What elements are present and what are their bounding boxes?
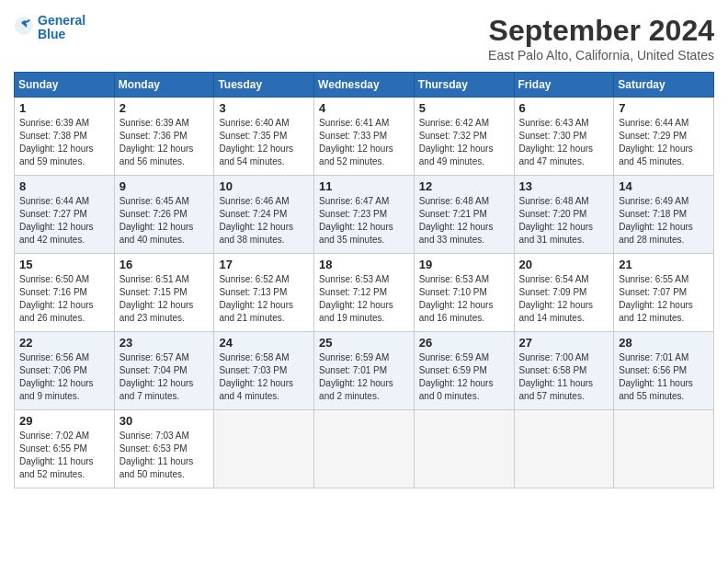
- day-info: Sunrise: 7:02 AM Sunset: 6:55 PM Dayligh…: [19, 430, 109, 481]
- day-number: 2: [119, 101, 210, 115]
- day-number: 19: [419, 258, 509, 271]
- calendar-week-row: 15Sunrise: 6:50 AM Sunset: 7:16 PM Dayli…: [15, 254, 714, 332]
- page-header: General Blue September 2024 East Palo Al…: [14, 14, 714, 63]
- day-info: Sunrise: 6:51 AM Sunset: 7:15 PM Dayligh…: [119, 273, 210, 325]
- day-number: 8: [19, 179, 109, 193]
- day-number: 25: [319, 336, 409, 350]
- day-number: 5: [419, 101, 509, 115]
- calendar-week-row: 8Sunrise: 6:44 AM Sunset: 7:27 PM Daylig…: [15, 176, 714, 254]
- day-info: Sunrise: 6:54 AM Sunset: 7:09 PM Dayligh…: [519, 273, 609, 325]
- day-info: Sunrise: 7:03 AM Sunset: 6:53 PM Dayligh…: [119, 430, 210, 481]
- calendar-week-row: 1Sunrise: 6:39 AM Sunset: 7:38 PM Daylig…: [15, 98, 714, 176]
- calendar-cell: 30Sunrise: 7:03 AM Sunset: 6:53 PM Dayli…: [114, 410, 214, 488]
- calendar-cell: 6Sunrise: 6:43 AM Sunset: 7:30 PM Daylig…: [514, 98, 614, 176]
- day-info: Sunrise: 6:41 AM Sunset: 7:33 PM Dayligh…: [319, 117, 409, 168]
- day-info: Sunrise: 7:01 AM Sunset: 6:56 PM Dayligh…: [619, 351, 709, 403]
- calendar-cell: [414, 410, 514, 488]
- day-info: Sunrise: 6:39 AM Sunset: 7:38 PM Dayligh…: [19, 117, 109, 168]
- day-info: Sunrise: 6:53 AM Sunset: 7:10 PM Dayligh…: [419, 273, 509, 325]
- calendar-cell: 7Sunrise: 6:44 AM Sunset: 7:29 PM Daylig…: [614, 98, 714, 176]
- calendar-week-row: 22Sunrise: 6:56 AM Sunset: 7:06 PM Dayli…: [15, 332, 714, 410]
- day-info: Sunrise: 6:58 AM Sunset: 7:03 PM Dayligh…: [219, 351, 309, 403]
- day-number: 24: [219, 336, 309, 350]
- day-number: 1: [19, 101, 109, 115]
- day-number: 13: [519, 179, 609, 193]
- calendar-cell: [514, 410, 614, 488]
- day-number: 27: [519, 336, 609, 350]
- day-number: 20: [519, 258, 609, 271]
- page-subtitle: East Palo Alto, California, United State…: [488, 48, 714, 63]
- weekday-header-monday: Monday: [114, 73, 214, 98]
- calendar-cell: 15Sunrise: 6:50 AM Sunset: 7:16 PM Dayli…: [15, 254, 115, 332]
- calendar-cell: 20Sunrise: 6:54 AM Sunset: 7:09 PM Dayli…: [514, 254, 614, 332]
- calendar-cell: 21Sunrise: 6:55 AM Sunset: 7:07 PM Dayli…: [614, 254, 714, 332]
- svg-point-0: [15, 17, 33, 35]
- day-info: Sunrise: 7:00 AM Sunset: 6:58 PM Dayligh…: [519, 351, 609, 403]
- day-number: 30: [119, 414, 210, 428]
- calendar-cell: 2Sunrise: 6:39 AM Sunset: 7:36 PM Daylig…: [114, 98, 214, 176]
- weekday-header-friday: Friday: [514, 73, 614, 98]
- day-number: 22: [19, 336, 109, 350]
- day-number: 10: [219, 179, 309, 193]
- weekday-header-thursday: Thursday: [414, 73, 514, 98]
- calendar-cell: 1Sunrise: 6:39 AM Sunset: 7:38 PM Daylig…: [15, 98, 115, 176]
- calendar-cell: 8Sunrise: 6:44 AM Sunset: 7:27 PM Daylig…: [15, 176, 115, 254]
- calendar-cell: 13Sunrise: 6:48 AM Sunset: 7:20 PM Dayli…: [514, 176, 614, 254]
- day-number: 21: [619, 258, 709, 271]
- day-info: Sunrise: 6:45 AM Sunset: 7:26 PM Dayligh…: [119, 195, 210, 247]
- day-info: Sunrise: 6:39 AM Sunset: 7:36 PM Dayligh…: [119, 117, 210, 168]
- weekday-header-tuesday: Tuesday: [214, 73, 314, 98]
- day-number: 15: [19, 258, 109, 271]
- day-info: Sunrise: 6:52 AM Sunset: 7:13 PM Dayligh…: [219, 273, 309, 325]
- calendar-cell: 27Sunrise: 7:00 AM Sunset: 6:58 PM Dayli…: [514, 332, 614, 410]
- day-info: Sunrise: 6:50 AM Sunset: 7:16 PM Dayligh…: [19, 273, 109, 325]
- day-number: 3: [219, 101, 309, 115]
- calendar-cell: 17Sunrise: 6:52 AM Sunset: 7:13 PM Dayli…: [214, 254, 314, 332]
- calendar-header-row: SundayMondayTuesdayWednesdayThursdayFrid…: [15, 73, 714, 98]
- title-block: September 2024 East Palo Alto, Californi…: [488, 14, 714, 63]
- calendar-cell: 23Sunrise: 6:57 AM Sunset: 7:04 PM Dayli…: [114, 332, 214, 410]
- calendar-cell: 12Sunrise: 6:48 AM Sunset: 7:21 PM Dayli…: [414, 176, 514, 254]
- day-info: Sunrise: 6:47 AM Sunset: 7:23 PM Dayligh…: [319, 195, 409, 247]
- calendar-cell: [314, 410, 415, 488]
- day-number: 9: [119, 179, 210, 193]
- logo: General Blue: [14, 14, 85, 42]
- calendar-cell: 22Sunrise: 6:56 AM Sunset: 7:06 PM Dayli…: [15, 332, 115, 410]
- calendar-cell: 9Sunrise: 6:45 AM Sunset: 7:26 PM Daylig…: [114, 176, 214, 254]
- day-info: Sunrise: 6:40 AM Sunset: 7:35 PM Dayligh…: [219, 117, 309, 168]
- day-info: Sunrise: 6:59 AM Sunset: 7:01 PM Dayligh…: [319, 351, 409, 403]
- day-number: 17: [219, 258, 309, 271]
- calendar-cell: 24Sunrise: 6:58 AM Sunset: 7:03 PM Dayli…: [214, 332, 314, 410]
- calendar-week-row: 29Sunrise: 7:02 AM Sunset: 6:55 PM Dayli…: [15, 410, 714, 488]
- day-info: Sunrise: 6:46 AM Sunset: 7:24 PM Dayligh…: [219, 195, 309, 247]
- day-number: 11: [319, 179, 409, 193]
- calendar-cell: 11Sunrise: 6:47 AM Sunset: 7:23 PM Dayli…: [314, 176, 415, 254]
- logo-bird-icon: [14, 16, 34, 36]
- day-info: Sunrise: 6:49 AM Sunset: 7:18 PM Dayligh…: [619, 195, 709, 247]
- calendar-cell: 29Sunrise: 7:02 AM Sunset: 6:55 PM Dayli…: [15, 410, 115, 488]
- calendar-cell: 18Sunrise: 6:53 AM Sunset: 7:12 PM Dayli…: [314, 254, 415, 332]
- calendar-cell: 14Sunrise: 6:49 AM Sunset: 7:18 PM Dayli…: [614, 176, 714, 254]
- day-number: 29: [19, 414, 109, 428]
- day-info: Sunrise: 6:48 AM Sunset: 7:21 PM Dayligh…: [419, 195, 509, 247]
- day-number: 6: [519, 101, 609, 115]
- day-number: 12: [419, 179, 509, 193]
- calendar-cell: 16Sunrise: 6:51 AM Sunset: 7:15 PM Dayli…: [114, 254, 214, 332]
- calendar-cell: 5Sunrise: 6:42 AM Sunset: 7:32 PM Daylig…: [414, 98, 514, 176]
- day-info: Sunrise: 6:56 AM Sunset: 7:06 PM Dayligh…: [19, 351, 109, 403]
- calendar-cell: 3Sunrise: 6:40 AM Sunset: 7:35 PM Daylig…: [214, 98, 314, 176]
- day-info: Sunrise: 6:57 AM Sunset: 7:04 PM Dayligh…: [119, 351, 210, 403]
- day-info: Sunrise: 6:44 AM Sunset: 7:27 PM Dayligh…: [19, 195, 109, 247]
- day-info: Sunrise: 6:42 AM Sunset: 7:32 PM Dayligh…: [419, 117, 509, 168]
- day-info: Sunrise: 6:48 AM Sunset: 7:20 PM Dayligh…: [519, 195, 609, 247]
- weekday-header-saturday: Saturday: [614, 73, 714, 98]
- calendar-cell: 19Sunrise: 6:53 AM Sunset: 7:10 PM Dayli…: [414, 254, 514, 332]
- day-number: 7: [619, 101, 709, 115]
- calendar-cell: 4Sunrise: 6:41 AM Sunset: 7:33 PM Daylig…: [314, 98, 415, 176]
- weekday-header-sunday: Sunday: [15, 73, 115, 98]
- day-number: 23: [119, 336, 210, 350]
- day-info: Sunrise: 6:43 AM Sunset: 7:30 PM Dayligh…: [519, 117, 609, 168]
- day-info: Sunrise: 6:44 AM Sunset: 7:29 PM Dayligh…: [619, 117, 709, 168]
- day-number: 18: [319, 258, 409, 271]
- day-number: 28: [619, 336, 709, 350]
